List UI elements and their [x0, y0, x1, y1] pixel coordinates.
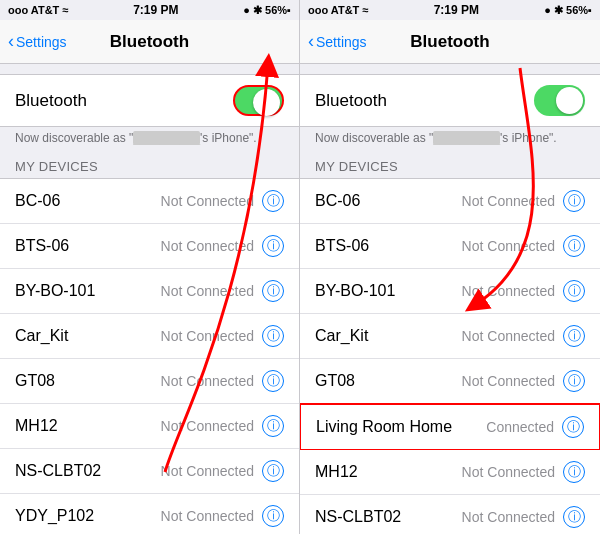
nav-bar-left: ‹ Settings Bluetooth	[0, 20, 299, 64]
device-name-gt08-left: GT08	[15, 372, 55, 390]
bluetooth-row-left[interactable]: Bluetooth	[0, 74, 299, 127]
status-left-left: ooo AT&T ≈	[8, 4, 68, 16]
device-gt08-right[interactable]: GT08 Not Connected ⓘ	[300, 359, 600, 404]
device-bc06-right[interactable]: BC-06 Not Connected ⓘ	[300, 179, 600, 224]
device-name-ydyp102-left: YDY_P102	[15, 507, 94, 525]
device-nsclbt02-left[interactable]: NS-CLBT02 Not Connected ⓘ	[0, 449, 299, 494]
device-name-mh12-right: MH12	[315, 463, 358, 481]
bluetooth-row-right[interactable]: Bluetooth	[300, 74, 600, 127]
discoverable-text-left: Now discoverable as "__________'s iPhone…	[0, 127, 299, 153]
device-right-mh12-right: Not Connected ⓘ	[462, 461, 585, 483]
device-bybo-left[interactable]: BY-BO-101 Not Connected ⓘ	[0, 269, 299, 314]
info-btn-ydyp102-left[interactable]: ⓘ	[262, 505, 284, 527]
info-btn-mh12-right[interactable]: ⓘ	[563, 461, 585, 483]
device-name-nsclbt02-left: NS-CLBT02	[15, 462, 101, 480]
device-status-carkit-left: Not Connected	[161, 328, 254, 344]
device-name-livingroom-right: Living Room Home	[316, 418, 452, 436]
device-ydyp102-left[interactable]: YDY_P102 Not Connected ⓘ	[0, 494, 299, 534]
right-panel: ooo AT&T ≈ 7:19 PM ● ✱ 56%▪ ‹ Settings B…	[300, 0, 600, 534]
device-status-gt08-left: Not Connected	[161, 373, 254, 389]
my-devices-group-left: BC-06 Not Connected ⓘ BTS-06 Not Connect…	[0, 178, 299, 534]
status-time-left: 7:19 PM	[133, 3, 178, 17]
toggle-knob-right	[556, 87, 583, 114]
info-btn-bts06-left[interactable]: ⓘ	[262, 235, 284, 257]
device-name-bts06-left: BTS-06	[15, 237, 69, 255]
device-name-bc06-left: BC-06	[15, 192, 60, 210]
device-right-bybo-right: Not Connected ⓘ	[462, 280, 585, 302]
device-right-livingroom-right: Connected ⓘ	[486, 416, 584, 438]
device-name-carkit-left: Car_Kit	[15, 327, 68, 345]
status-left-right: ooo AT&T ≈	[308, 4, 368, 16]
content-left: Bluetooth Now discoverable as "_________…	[0, 64, 299, 534]
status-bar-right: ooo AT&T ≈ 7:19 PM ● ✱ 56%▪	[300, 0, 600, 20]
info-btn-bybo-left[interactable]: ⓘ	[262, 280, 284, 302]
bluetooth-label-left: Bluetooth	[15, 91, 87, 111]
info-btn-mh12-left[interactable]: ⓘ	[262, 415, 284, 437]
info-btn-bts06-right[interactable]: ⓘ	[563, 235, 585, 257]
device-right-ydyp102-left: Not Connected ⓘ	[161, 505, 284, 527]
device-carkit-right[interactable]: Car_Kit Not Connected ⓘ	[300, 314, 600, 359]
info-btn-nsclbt02-right[interactable]: ⓘ	[563, 506, 585, 528]
info-btn-gt08-right[interactable]: ⓘ	[563, 370, 585, 392]
device-carkit-left[interactable]: Car_Kit Not Connected ⓘ	[0, 314, 299, 359]
status-right-right: ● ✱ 56%▪	[544, 4, 592, 17]
device-bts06-left[interactable]: BTS-06 Not Connected ⓘ	[0, 224, 299, 269]
device-status-bc06-left: Not Connected	[161, 193, 254, 209]
content-right: Bluetooth Now discoverable as "_________…	[300, 64, 600, 534]
nav-title-right: Bluetooth	[410, 32, 489, 52]
info-btn-bc06-left[interactable]: ⓘ	[262, 190, 284, 212]
bluetooth-toggle-left[interactable]	[233, 85, 284, 116]
back-label-left: Settings	[16, 34, 67, 50]
device-bts06-right[interactable]: BTS-06 Not Connected ⓘ	[300, 224, 600, 269]
status-bar-left: ooo AT&T ≈ 7:19 PM ● ✱ 56%▪	[0, 0, 299, 20]
device-name-mh12-left: MH12	[15, 417, 58, 435]
device-right-nsclbt02-right: Not Connected ⓘ	[462, 506, 585, 528]
info-btn-bybo-right[interactable]: ⓘ	[563, 280, 585, 302]
info-btn-carkit-right[interactable]: ⓘ	[563, 325, 585, 347]
device-right-bybo-left: Not Connected ⓘ	[161, 280, 284, 302]
device-status-bybo-right: Not Connected	[462, 283, 555, 299]
device-status-mh12-left: Not Connected	[161, 418, 254, 434]
device-right-bc06-right: Not Connected ⓘ	[462, 190, 585, 212]
bluetooth-toggle-right[interactable]	[534, 85, 585, 116]
info-btn-nsclbt02-left[interactable]: ⓘ	[262, 460, 284, 482]
info-btn-livingroom-right[interactable]: ⓘ	[562, 416, 584, 438]
device-status-carkit-right: Not Connected	[462, 328, 555, 344]
device-name-nsclbt02-right: NS-CLBT02	[315, 508, 401, 526]
device-bybo-right[interactable]: BY-BO-101 Not Connected ⓘ	[300, 269, 600, 314]
device-status-nsclbt02-left: Not Connected	[161, 463, 254, 479]
chevron-icon-left: ‹	[8, 32, 14, 50]
device-name-bts06-right: BTS-06	[315, 237, 369, 255]
device-livingroom-right[interactable]: Living Room Home Connected ⓘ	[300, 403, 600, 451]
my-devices-header-left: MY DEVICES	[0, 153, 299, 178]
my-devices-label-left: MY DEVICES	[15, 159, 98, 174]
device-name-bc06-right: BC-06	[315, 192, 360, 210]
device-gt08-left[interactable]: GT08 Not Connected ⓘ	[0, 359, 299, 404]
back-label-right: Settings	[316, 34, 367, 50]
info-btn-carkit-left[interactable]: ⓘ	[262, 325, 284, 347]
device-bc06-left[interactable]: BC-06 Not Connected ⓘ	[0, 179, 299, 224]
device-right-gt08-right: Not Connected ⓘ	[462, 370, 585, 392]
device-right-carkit-right: Not Connected ⓘ	[462, 325, 585, 347]
device-name-carkit-right: Car_Kit	[315, 327, 368, 345]
info-btn-gt08-left[interactable]: ⓘ	[262, 370, 284, 392]
device-name-gt08-right: GT08	[315, 372, 355, 390]
device-nsclbt02-right[interactable]: NS-CLBT02 Not Connected ⓘ	[300, 495, 600, 534]
device-right-mh12-left: Not Connected ⓘ	[161, 415, 284, 437]
device-mh12-left[interactable]: MH12 Not Connected ⓘ	[0, 404, 299, 449]
status-time-right: 7:19 PM	[434, 3, 479, 17]
back-button-right[interactable]: ‹ Settings	[308, 33, 367, 50]
info-btn-bc06-right[interactable]: ⓘ	[563, 190, 585, 212]
device-mh12-right[interactable]: MH12 Not Connected ⓘ	[300, 450, 600, 495]
my-devices-header-right: MY DEVICES	[300, 153, 600, 178]
back-button-left[interactable]: ‹ Settings	[8, 33, 67, 50]
device-right-nsclbt02-left: Not Connected ⓘ	[161, 460, 284, 482]
device-status-livingroom-right: Connected	[486, 419, 554, 435]
device-name-bybo-left: BY-BO-101	[15, 282, 95, 300]
device-right-carkit-left: Not Connected ⓘ	[161, 325, 284, 347]
device-status-ydyp102-left: Not Connected	[161, 508, 254, 524]
chevron-icon-right: ‹	[308, 32, 314, 50]
discoverable-text-right: Now discoverable as "__________'s iPhone…	[300, 127, 600, 153]
nav-bar-right: ‹ Settings Bluetooth	[300, 20, 600, 64]
device-name-bybo-right: BY-BO-101	[315, 282, 395, 300]
